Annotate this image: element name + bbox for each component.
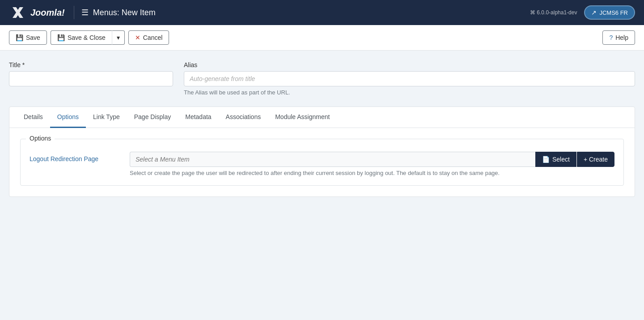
save-label: Save [26, 34, 40, 41]
chevron-down-icon: ▾ [117, 34, 120, 41]
tab-metadata[interactable]: Metadata [178, 107, 218, 128]
title-group: Title * [9, 61, 173, 96]
save-close-button[interactable]: 💾 Save & Close [51, 30, 112, 45]
options-legend: Options [26, 135, 55, 142]
save-dropdown-button[interactable]: ▾ [112, 30, 125, 45]
logo[interactable]: Joomla! [9, 4, 65, 21]
logout-field-row: Logout Redirection Page 📄 Select + Creat… [30, 152, 614, 176]
tab-content-options: Options Logout Redirection Page 📄 Select [9, 128, 635, 196]
save-button[interactable]: 💾 Save [9, 30, 47, 45]
help-label: Help [615, 34, 628, 41]
cancel-label: Cancel [143, 34, 163, 41]
cancel-button[interactable]: ✕ Cancel [128, 30, 169, 45]
menu-hamburger-icon[interactable]: ☰ [81, 8, 89, 17]
file-icon: 📄 [542, 156, 550, 163]
page-title: Menus: New Item [93, 8, 156, 17]
tab-options[interactable]: Options [50, 107, 86, 128]
help-button[interactable]: ? Help [602, 30, 635, 45]
alias-label: Alias [184, 61, 635, 68]
title-alias-row: Title * Alias The Alias will be used as … [9, 61, 635, 96]
logo-text: Joomla! [30, 8, 65, 18]
logout-field-label: Logout Redirection Page [30, 155, 98, 162]
header-title-area: ☰ Menus: New Item [81, 8, 530, 17]
tab-link-type[interactable]: Link Type [86, 107, 127, 128]
save-close-group: 💾 Save & Close ▾ [51, 30, 125, 45]
user-badge[interactable]: ↗ JCMS6 FR [584, 5, 635, 20]
select-create-group: 📄 Select + Create [130, 152, 614, 167]
help-icon: ? [609, 34, 613, 41]
select-label: Select [552, 156, 570, 163]
create-label: + Create [584, 156, 608, 163]
menu-item-select-input[interactable] [130, 152, 535, 167]
app-header: Joomla! ☰ Menus: New Item ⌘ 6.0.0-alpha1… [0, 0, 644, 25]
user-label: JCMS6 FR [599, 9, 628, 16]
title-label: Title * [9, 61, 173, 68]
joomla-logo-icon [9, 4, 27, 21]
alias-input[interactable] [184, 71, 635, 86]
logout-help-text: Select or create the page the user will … [130, 170, 614, 176]
tab-page-display[interactable]: Page Display [127, 107, 178, 128]
header-right: ⌘ 6.0.0-alpha1-dev ↗ JCMS6 FR [530, 5, 635, 20]
tab-details[interactable]: Details [17, 107, 50, 128]
title-input[interactable] [9, 71, 173, 86]
create-button[interactable]: + Create [577, 152, 614, 167]
save-close-icon: 💾 [57, 34, 65, 41]
logout-label-col: Logout Redirection Page [30, 152, 119, 162]
save-close-label: Save & Close [68, 34, 106, 41]
save-icon: 💾 [16, 34, 23, 41]
header-divider [74, 6, 74, 19]
cancel-icon: ✕ [135, 34, 140, 41]
tab-associations[interactable]: Associations [219, 107, 268, 128]
options-section: Options Logout Redirection Page 📄 Select [20, 139, 624, 186]
tab-module-assignment[interactable]: Module Assignment [268, 107, 337, 128]
alias-help-text: The Alias will be used as part of the UR… [184, 89, 635, 96]
tabs-nav: Details Options Link Type Page Display M… [9, 107, 635, 128]
toolbar-left: 💾 Save 💾 Save & Close ▾ ✕ Cancel [9, 30, 169, 45]
tabs-container: Details Options Link Type Page Display M… [9, 107, 635, 197]
select-button[interactable]: 📄 Select [535, 152, 576, 167]
logout-input-col: 📄 Select + Create Select or create the p… [130, 152, 614, 176]
external-link-icon: ↗ [591, 9, 597, 16]
alias-group: Alias The Alias will be used as part of … [184, 61, 635, 96]
main-content: Title * Alias The Alias will be used as … [0, 51, 644, 320]
version-badge: ⌘ 6.0.0-alpha1-dev [530, 9, 577, 16]
toolbar: 💾 Save 💾 Save & Close ▾ ✕ Cancel ? Help [0, 25, 644, 51]
